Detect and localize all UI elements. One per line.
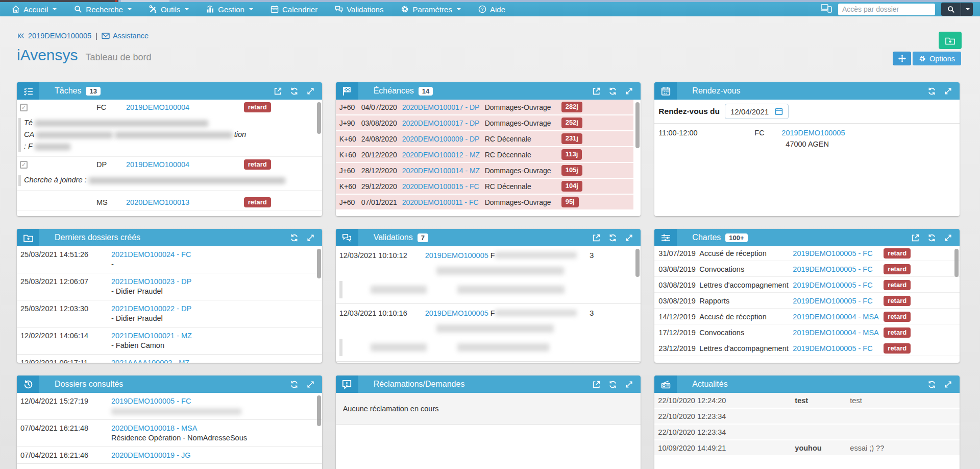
breadcrumb-dossier-link[interactable]: 2019DEMO100005 [17, 32, 91, 40]
refresh-icon[interactable] [290, 233, 299, 242]
echeance-row: J+90 03/08/2020 2020DEMO100017 - DP Domm… [336, 115, 634, 130]
appointment-time: 11:00-12:00 [658, 129, 754, 148]
panel-body: ✓ FC 2019DEMO100004 retard Té CA tion : … [17, 100, 322, 216]
desc-fragment: CA [24, 130, 34, 138]
refresh-icon[interactable] [290, 87, 299, 96]
external-link-icon[interactable] [911, 233, 920, 242]
refresh-icon[interactable] [290, 380, 299, 389]
dossier-link[interactable]: 2020DEMO100012 - MZ [402, 151, 480, 159]
nav-outils[interactable]: Outils [140, 2, 198, 16]
dossier-link[interactable]: 2020DEMO100018 - MSA [111, 424, 197, 432]
count-badge: 7 [418, 233, 428, 242]
dossier-link[interactable]: 2020DEMO100011 - FC [402, 198, 479, 206]
horizon: K+60 [339, 135, 361, 143]
nav-parametres[interactable]: Paramètres [392, 2, 470, 16]
expand-icon[interactable] [944, 380, 952, 389]
external-link-icon[interactable] [592, 380, 601, 389]
search-options-dropdown[interactable] [961, 3, 973, 16]
panel-actualites: Actualités 22/10/2020 12:24:20 test test… [654, 376, 960, 469]
scrollbar-thumb[interactable] [317, 395, 321, 426]
dossier-link[interactable]: 2020DEMO100015 - FC [402, 182, 479, 191]
expand-icon[interactable] [944, 233, 952, 242]
task-description: Té CA tion : F [17, 115, 322, 156]
nav-accueil[interactable]: Accueil [3, 2, 65, 16]
external-link-icon[interactable] [592, 233, 601, 242]
scrollbar-thumb[interactable] [635, 249, 640, 277]
browser-chrome-remnant [0, 0, 980, 2]
move-icon [898, 54, 906, 63]
external-link-icon[interactable] [592, 87, 601, 96]
dossier-link[interactable]: 2020DEMO100019 - JG [111, 451, 191, 459]
expand-icon[interactable] [625, 87, 633, 96]
document-type: Convocations [699, 329, 793, 337]
nav-validations[interactable]: Validations [326, 2, 392, 16]
dossier-link[interactable]: 2021DEMO100022 - DP [111, 304, 191, 313]
dossier-link[interactable]: 2020DEMO100009 - DP [402, 135, 480, 143]
refresh-icon[interactable] [608, 233, 617, 242]
rdv-date-input[interactable]: 12/04/2021 [725, 104, 789, 119]
dossier-link[interactable]: 2019DEMO100004 [126, 103, 189, 111]
dossier-link[interactable]: 2019DEMO100005 - FC [793, 344, 872, 353]
horizon: J+60 [339, 167, 361, 175]
dossier-link[interactable]: 2019DEMO100004 - MSA [793, 329, 878, 337]
external-link-icon[interactable] [274, 87, 282, 96]
expand-icon[interactable] [306, 87, 315, 96]
refresh-icon[interactable] [927, 233, 936, 242]
desc-fragment: : F [24, 142, 33, 150]
dossier-link[interactable]: 2019DEMO100005 - FC [793, 281, 872, 289]
expand-icon[interactable] [306, 233, 315, 242]
breadcrumb-assistance-link[interactable]: Assistance [102, 32, 149, 40]
dossier-link[interactable]: 2021DEMO100023 - DP [111, 277, 191, 286]
task-code: FC [96, 103, 126, 111]
refresh-icon[interactable] [927, 380, 936, 389]
panel-title: Rendez-vous [692, 86, 740, 96]
dossier-link[interactable]: 2020DEMO100017 - DP [402, 103, 480, 111]
dossier-subtitle: Résidence Opération - NomAdresseSous [111, 434, 322, 444]
dossier-link[interactable]: 2019DEMO100004 [126, 160, 189, 169]
dossier-link[interactable]: 2021AAAA100002 - MZ [111, 359, 189, 363]
options-button[interactable]: Options [913, 52, 961, 65]
status-badge: retard [884, 280, 911, 290]
nav-recherche[interactable]: Recherche [65, 2, 140, 16]
task-checkbox[interactable]: ✓ [20, 104, 28, 111]
dossier-link[interactable]: 2021DEMO100021 - MZ [111, 332, 192, 340]
document-type: Lettres d'accompagnement [699, 281, 793, 289]
expand-icon[interactable] [625, 233, 633, 242]
dossier-link[interactable]: 2019DEMO100005 [781, 129, 845, 137]
dossier-search-input[interactable] [838, 4, 935, 15]
sliders-icon [654, 229, 677, 246]
task-checkbox[interactable]: ✓ [20, 161, 28, 169]
dossier-link[interactable]: 2019DEMO100005 - FC [111, 397, 191, 405]
dossier-link[interactable]: 2019DEMO100005 [425, 309, 488, 317]
panel-header: Validations 7 [336, 229, 641, 246]
dossier-link[interactable]: 2020DEMO100014 - MZ [402, 167, 480, 175]
quote-bar [18, 118, 21, 152]
dossier-link[interactable]: 2019DEMO100005 - FC [793, 265, 872, 273]
expand-icon[interactable] [306, 380, 315, 389]
new-dossier-button[interactable] [939, 32, 962, 49]
scrollbar-thumb[interactable] [317, 249, 321, 278]
nav-gestion[interactable]: Gestion [198, 2, 262, 16]
panel-rendezvous: Rendez-vous Rendez-vous du 12/04/2021 11… [654, 82, 960, 216]
dossier-link[interactable]: 2021DEMO100024 - FC [111, 250, 191, 259]
refresh-icon[interactable] [608, 380, 617, 389]
scrollbar-thumb[interactable] [954, 249, 959, 277]
dossier-link[interactable]: 2019DEMO100004 - MSA [793, 313, 878, 321]
expand-icon[interactable] [625, 380, 633, 389]
refresh-icon[interactable] [608, 87, 617, 96]
scrollbar-thumb[interactable] [317, 102, 321, 134]
dossier-link[interactable]: 2020DEMO100017 - DP [402, 119, 480, 127]
search-button[interactable] [941, 3, 961, 16]
dashboard-actions: Options [893, 52, 961, 65]
dossier-link[interactable]: 2020DEMO100013 [126, 198, 189, 206]
dossier-link[interactable]: 2019DEMO100005 - FC [793, 297, 872, 305]
dossier-link[interactable]: 2019DEMO100005 [425, 251, 488, 260]
refresh-icon[interactable] [927, 87, 936, 96]
move-widgets-button[interactable] [893, 52, 911, 65]
chevron-down-icon [185, 8, 189, 10]
dossier-link[interactable]: 2019DEMO100005 - FC [793, 249, 872, 257]
nav-calendrier[interactable]: Calendrier [262, 2, 326, 16]
expand-icon[interactable] [944, 87, 952, 96]
scrollbar-thumb[interactable] [635, 102, 640, 148]
nav-aide[interactable]: Aide [470, 2, 514, 16]
